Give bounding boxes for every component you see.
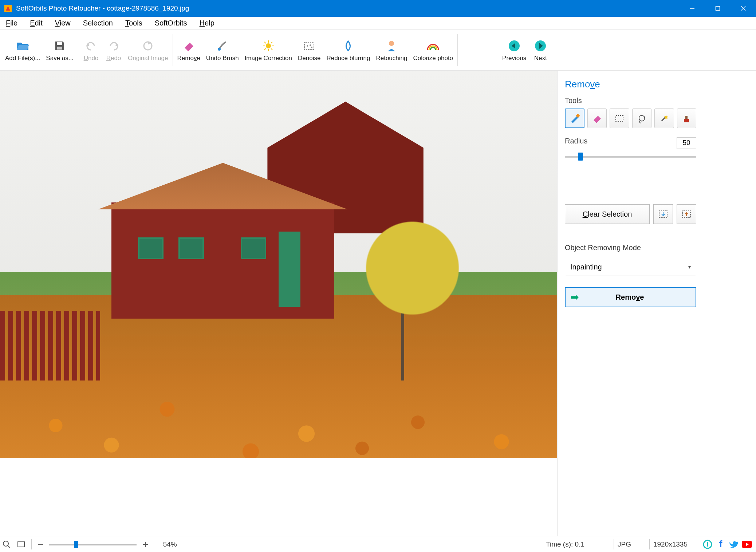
tools-label: Tools	[565, 96, 696, 105]
mode-dropdown[interactable]: Inpainting ▾	[565, 258, 696, 276]
undo-label: Undo	[84, 55, 99, 62]
main-area: Remove Tools Radius 50 Clear Selection O…	[0, 71, 756, 536]
radius-slider[interactable]	[565, 152, 696, 161]
svg-text:i: i	[707, 541, 708, 548]
load-selection-button[interactable]	[653, 204, 673, 224]
refresh-icon	[142, 39, 154, 53]
radius-label: Radius	[565, 137, 587, 145]
redo-button[interactable]: Redo	[102, 32, 125, 68]
undo-button[interactable]: Undo	[80, 32, 102, 68]
svg-point-9	[266, 43, 271, 48]
menu-softorbits[interactable]: SoftOrbits	[152, 18, 190, 28]
svg-rect-28	[684, 119, 689, 122]
folder-open-icon	[16, 39, 29, 53]
chevron-down-icon: ▾	[688, 264, 691, 270]
add-files-label: Add File(s)...	[5, 55, 40, 62]
menu-edit[interactable]: Edit	[27, 18, 45, 28]
previous-button[interactable]: Previous	[499, 32, 529, 68]
save-as-button[interactable]: Save as...	[43, 32, 76, 68]
rainbow-icon	[426, 39, 440, 53]
svg-point-19	[307, 45, 308, 47]
info-icon[interactable]: i	[702, 539, 713, 550]
mode-value: Inpainting	[570, 263, 602, 271]
status-time: Time (s): 0.1	[546, 540, 584, 548]
remove-action-button[interactable]: ➡ Remove	[565, 287, 696, 307]
zoom-tool-icon[interactable]	[2, 540, 11, 549]
reduce-blurring-button[interactable]: Reduce blurring	[323, 32, 373, 68]
denoise-label: Denoise	[298, 55, 320, 62]
sun-icon	[262, 39, 275, 53]
remove-tool-label: Remove	[177, 55, 200, 62]
svg-point-22	[389, 41, 394, 46]
svg-rect-26	[616, 115, 623, 121]
fit-screen-icon[interactable]	[17, 540, 25, 549]
social-links: i f	[702, 539, 752, 550]
minimize-button[interactable]	[680, 0, 705, 17]
menu-help[interactable]: Help	[197, 18, 217, 28]
eraser-icon	[182, 39, 195, 53]
menu-tools[interactable]: Tools	[122, 18, 145, 28]
window-title: SoftOrbits Photo Retoucher - cottage-297…	[16, 4, 680, 12]
next-button[interactable]: Next	[529, 32, 552, 68]
image-correction-button[interactable]: Image Correction	[242, 32, 295, 68]
arrow-left-circle-icon	[508, 39, 520, 53]
facebook-icon[interactable]: f	[715, 539, 726, 550]
youtube-icon[interactable]	[741, 539, 752, 550]
droplet-icon	[343, 39, 354, 53]
image-canvas[interactable]	[0, 71, 557, 458]
arrow-right-circle-icon	[534, 39, 547, 53]
original-image-button[interactable]: Original Image	[125, 32, 171, 68]
marker-tool[interactable]	[565, 109, 584, 128]
clone-stamp-tool[interactable]	[677, 109, 697, 128]
retouching-button[interactable]: Retouching	[373, 32, 410, 68]
svg-line-33	[8, 545, 10, 548]
eraser-tool[interactable]	[587, 109, 607, 128]
svg-rect-18	[304, 42, 314, 50]
original-image-label: Original Image	[128, 55, 168, 62]
next-label: Next	[534, 55, 547, 62]
status-dimensions: 1920x1335	[653, 540, 688, 548]
undo-brush-button[interactable]: Undo Brush	[203, 32, 242, 68]
menu-selection[interactable]: Selection	[80, 18, 116, 28]
svg-line-17	[264, 48, 266, 50]
previous-label: Previous	[502, 55, 526, 62]
twitter-icon[interactable]	[728, 539, 739, 550]
lasso-tool[interactable]	[632, 109, 652, 128]
retouching-label: Retouching	[376, 55, 407, 62]
svg-line-16	[271, 42, 272, 43]
save-selection-button[interactable]	[677, 204, 696, 224]
denoise-button[interactable]: Denoise	[295, 32, 323, 68]
zoom-slider[interactable]	[49, 541, 137, 548]
denoise-icon	[303, 39, 315, 53]
close-button[interactable]	[731, 0, 756, 17]
status-bar: − + 54% Time (s): 0.1 JPG 1920x1335 i f	[0, 536, 756, 552]
canvas-area	[0, 71, 557, 536]
zoom-out-button[interactable]: −	[38, 539, 43, 550]
svg-line-15	[271, 48, 272, 50]
menu-file[interactable]: File	[3, 18, 20, 28]
rectangle-select-tool[interactable]	[610, 109, 629, 128]
remove-action-label: Remove	[616, 293, 644, 301]
clear-selection-button[interactable]: Clear Selection	[565, 204, 650, 224]
image-correction-label: Image Correction	[245, 55, 292, 62]
remove-tool-button[interactable]: Remove	[174, 32, 203, 68]
save-icon	[54, 39, 66, 53]
maximize-button[interactable]	[705, 0, 731, 17]
person-icon	[386, 39, 397, 53]
svg-line-14	[264, 42, 266, 43]
radius-value[interactable]: 50	[677, 137, 696, 149]
colorize-photo-button[interactable]: Colorize photo	[410, 32, 456, 68]
add-files-button[interactable]: Add File(s)...	[2, 32, 43, 68]
undo-brush-label: Undo Brush	[206, 55, 239, 62]
magic-wand-tool[interactable]	[654, 109, 674, 128]
zoom-in-button[interactable]: +	[142, 539, 148, 550]
redo-label: Redo	[106, 55, 121, 62]
toolbar: Add File(s)... Save as... Undo Redo Orig…	[0, 30, 756, 71]
save-as-label: Save as...	[46, 55, 74, 62]
svg-point-20	[310, 44, 311, 46]
side-panel: Remove Tools Radius 50 Clear Selection O…	[557, 71, 704, 536]
arrow-right-icon: ➡	[571, 292, 579, 303]
svg-rect-29	[685, 116, 688, 119]
panel-title: Remove	[565, 79, 696, 90]
menu-view[interactable]: View	[52, 18, 74, 28]
